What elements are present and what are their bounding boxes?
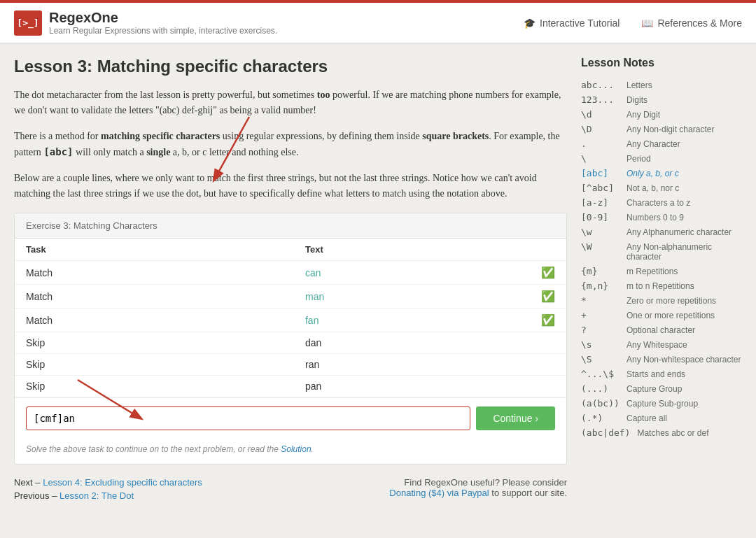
note-row: \SAny Non-whitespace character [581, 352, 742, 367]
note-row: abc...Letters [581, 78, 742, 92]
para2-final: a, b, or c letter and nothing else. [170, 147, 298, 157]
cell-task: Skip [15, 376, 294, 397]
nav-links: 🎓 Interactive Tutorial 📖 References & Mo… [523, 17, 742, 29]
note-val: Digits [626, 95, 648, 105]
cell-text: pan [294, 376, 530, 397]
prev-label: Previous – [14, 490, 59, 501]
donate-link[interactable]: Donating ($4) via Paypal [389, 488, 489, 498]
note-row: \dAny Digit [581, 107, 742, 122]
content: Lesson 3: Matching specific characters T… [14, 57, 567, 501]
note-row: (abc|def)Matches abc or def [581, 425, 742, 440]
lesson-para2: There is a method for matching specific … [14, 129, 567, 161]
cell-text: fan [294, 309, 530, 332]
note-row: (a(bc))Capture Sub-group [581, 396, 742, 411]
note-row: [^abc]Not a, b, nor c [581, 180, 742, 195]
nav-tutorial-link[interactable]: 🎓 Interactive Tutorial [523, 17, 620, 29]
note-row: \DAny Non-digit character [581, 122, 742, 136]
nav-prev-next: Next – Lesson 4: Excluding specific char… [14, 477, 202, 501]
note-val: Matches abc or def [637, 428, 708, 438]
lesson-title: Lesson 3: Matching specific characters [14, 57, 567, 76]
note-row: *Zero or more repetitions [581, 293, 742, 308]
site-title: RegexOne [49, 10, 277, 26]
note-row: (.*)Capture all [581, 411, 742, 425]
prev-link[interactable]: Lesson 2: The Dot [59, 490, 134, 501]
sidebar-title: Lesson Notes [581, 57, 742, 69]
note-val: Letters [626, 80, 652, 90]
note-key: \S [581, 354, 620, 364]
check-icon: ✅ [541, 266, 555, 279]
nav-references-link[interactable]: 📖 References & More [640, 17, 742, 29]
note-val: Not a, b, nor c [626, 183, 679, 193]
next-link[interactable]: Lesson 4: Excluding specific characters [43, 477, 202, 488]
cell-status: ✅ [530, 309, 566, 332]
table-row: Matchfan✅ [15, 309, 566, 332]
cell-text: man [294, 285, 530, 309]
note-key: + [581, 310, 620, 320]
logo-text: RegexOne Learn Regular Expressions with … [49, 10, 277, 36]
cell-text: ran [294, 354, 530, 376]
hint-text: Solve the above task to continue on to t… [15, 439, 566, 464]
note-val: Capture Group [626, 384, 682, 394]
donate-section: Find RegexOne useful? Please consider Do… [389, 477, 567, 501]
exercise-header: Exercise 3: Matching Characters [15, 213, 566, 239]
para2-mid: using regular expressions, by defining t… [220, 131, 422, 141]
regex-input[interactable] [26, 406, 470, 430]
note-val: Starts and ends [626, 369, 685, 379]
para2-end: will only match a [74, 147, 147, 157]
tutorial-label: Interactive Tutorial [540, 17, 620, 29]
solution-link[interactable]: Solution [281, 444, 311, 454]
note-row: \WAny Non-alphanumeric character [581, 239, 742, 264]
note-val: Any Non-whitespace character [626, 355, 741, 364]
col-text: Text [294, 239, 530, 261]
table-header-row: Task Text [15, 239, 566, 261]
cell-text: dan [294, 332, 530, 354]
note-key: \W [581, 241, 620, 252]
note-key: \w [581, 227, 620, 237]
note-key: . [581, 139, 620, 149]
exercise-table: Task Text Matchcan✅Matchman✅Matchfan✅Ski… [15, 239, 566, 397]
note-key: \d [581, 109, 620, 120]
col-task: Task [15, 239, 294, 261]
note-val: Any Digit [626, 110, 660, 120]
note-key: \ [581, 153, 620, 164]
note-val: Only a, b, or c [626, 169, 679, 178]
logo-icon[interactable]: [>_] [14, 10, 42, 36]
note-row: [abc]Only a, b, or c [581, 166, 742, 180]
note-row: \sAny Whitespace [581, 337, 742, 352]
logo-area: [>_] RegexOne Learn Regular Expressions … [14, 10, 277, 36]
note-row: .Any Character [581, 136, 742, 151]
cell-task: Match [15, 309, 294, 332]
hint-label: Solve the above task to continue on to t… [26, 444, 281, 454]
note-key: [abc] [581, 168, 620, 178]
para2-bold2: square brackets [422, 131, 489, 141]
note-key: ^...\$ [581, 369, 620, 379]
nav-next: Next – Lesson 4: Excluding specific char… [14, 477, 202, 488]
note-row: [0-9]Numbers 0 to 9 [581, 210, 742, 225]
cell-status [530, 332, 566, 354]
note-key: 123... [581, 94, 620, 105]
note-key: (a(bc)) [581, 398, 620, 409]
main-layout: Lesson 3: Matching specific characters T… [0, 43, 756, 515]
cell-status [530, 376, 566, 397]
note-key: \s [581, 339, 620, 350]
references-icon: 📖 [640, 17, 653, 29]
lesson-nav: Next – Lesson 4: Excluding specific char… [14, 477, 567, 501]
note-row: ^...\$Starts and ends [581, 367, 742, 381]
check-icon: ✅ [541, 290, 555, 303]
note-row: \wAny Alphanumeric character [581, 225, 742, 239]
note-val: Characters a to z [626, 198, 690, 208]
note-key: {m} [581, 266, 620, 276]
para2-code: [abc] [43, 146, 73, 157]
check-icon: ✅ [541, 313, 555, 327]
continue-button[interactable]: Continue › [476, 406, 555, 430]
site-subtitle: Learn Regular Expressions with simple, i… [49, 26, 277, 36]
note-val: Any Character [626, 139, 680, 149]
note-val: Capture Sub-group [626, 399, 698, 409]
note-key: (abc|def) [581, 427, 630, 438]
donate-text: Find RegexOne useful? Please consider [389, 477, 567, 488]
note-row: \Period [581, 151, 742, 166]
cell-task: Match [15, 285, 294, 309]
para2-bold: matching specific characters [101, 131, 220, 141]
para1-text: The dot metacharacter from the last less… [14, 90, 317, 100]
next-label: Next – [14, 477, 43, 488]
